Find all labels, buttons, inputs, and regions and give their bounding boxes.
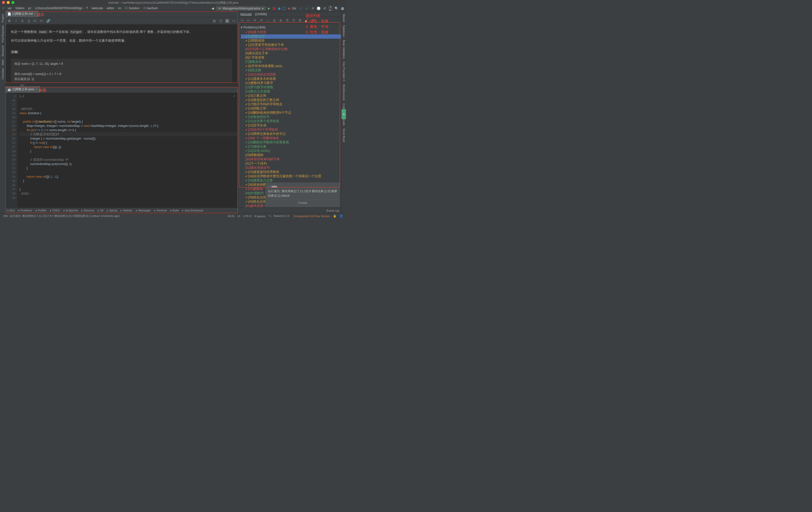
breadcrumb-item[interactable]: folders xyxy=(14,6,25,10)
problem-item[interactable]: [11]盛最多水的容器 xyxy=(241,77,341,81)
bottom-tool[interactable]: ▸ Build xyxy=(170,209,179,212)
bottom-tool[interactable]: ▸ Services xyxy=(82,209,94,212)
right-tab[interactable]: RestServices xyxy=(342,83,346,102)
clear-icon[interactable]: 🧹 xyxy=(304,19,309,22)
login-icon[interactable]: ↪ xyxy=(240,19,244,22)
git-commit-icon[interactable]: ✓ xyxy=(304,6,309,10)
search-icon[interactable]: 🔍 xyxy=(335,6,339,10)
profile-icon[interactable]: ◯ xyxy=(282,6,286,10)
debug-icon[interactable]: 🐞 xyxy=(272,6,276,10)
bottom-tool[interactable]: ▸ Java Enterprise xyxy=(182,209,203,212)
problem-item[interactable]: [28]实现 strStr() xyxy=(241,149,341,153)
close-tab-icon[interactable]: ✕ xyxy=(35,88,37,91)
problem-item[interactable]: [8]字符串转换整数 (atoi) xyxy=(241,64,341,68)
bottom-tool[interactable]: ▸ Problems xyxy=(18,209,32,212)
presentation-icon[interactable]: ▭ xyxy=(232,19,236,23)
codota-badge[interactable]: ⟲ xyxy=(342,109,346,119)
settings-icon[interactable]: ⚙ xyxy=(298,19,302,22)
problem-item[interactable]: [35]搜索插入位置 xyxy=(241,179,341,183)
right-tab[interactable]: Database xyxy=(342,24,346,38)
translate-icon[interactable]: 文A xyxy=(328,6,332,10)
stop-icon[interactable]: ■ xyxy=(287,6,291,10)
problems-header[interactable]: ▾ Problems(1909) xyxy=(241,25,341,30)
help-icon[interactable]: ? xyxy=(311,19,315,22)
run-icon[interactable]: ▶ xyxy=(267,6,271,10)
bold-icon[interactable]: B xyxy=(7,19,11,23)
h1-icon[interactable]: H↓ xyxy=(33,19,37,23)
problem-item[interactable]: [9]回文数 xyxy=(241,68,341,73)
problem-item[interactable]: [5]最长回文子串 xyxy=(241,51,341,56)
random-icon[interactable]: ⇄ xyxy=(259,19,263,22)
event-log-button[interactable]: Event Log xyxy=(326,209,339,212)
bottom-tool[interactable]: ▸ Spring xyxy=(107,209,117,212)
problem-item[interactable]: [7]整数反转 xyxy=(241,60,341,64)
left-tab[interactable]: Structure xyxy=(1,44,5,58)
minimize-window-icon[interactable] xyxy=(7,1,10,4)
bottom-tool[interactable]: ▸ Statistic xyxy=(121,209,133,212)
coverage-icon[interactable]: ◉ xyxy=(277,6,281,10)
gitflow-status[interactable]: Unsupported Git Flow Version xyxy=(294,215,330,218)
maximize-window-icon[interactable] xyxy=(11,1,14,4)
encoding[interactable]: UTF-8 xyxy=(243,215,251,218)
problem-item[interactable]: [13]罗马数字转整数 xyxy=(241,85,341,89)
editor-view-icon[interactable]: ▤ xyxy=(212,19,216,23)
italic-icon[interactable]: I xyxy=(14,19,18,23)
left-tab[interactable]: Project xyxy=(1,12,5,24)
indent[interactable]: 4 spaces xyxy=(254,215,265,218)
bottom-tool[interactable]: ▸ Profiler xyxy=(36,209,47,212)
problem-item[interactable]: [12]整数转罗马数字 xyxy=(241,81,341,85)
git-rollback-icon[interactable]: ↺ xyxy=(323,6,326,10)
right-tab[interactable]: Bean Validation xyxy=(342,38,346,60)
refresh-icon[interactable]: ⟳ xyxy=(253,19,257,22)
strike-icon[interactable]: S̶ xyxy=(21,19,24,23)
bottom-tool[interactable]: ▸ TODO xyxy=(50,209,60,212)
problem-item[interactable]: [25]K 个一组翻转链表 xyxy=(241,136,341,140)
sort-icon[interactable]: ⇅ xyxy=(285,19,289,22)
right-tab[interactable]: Key Promoter X xyxy=(342,60,346,83)
problem-item[interactable]: [31]下一个排列 xyxy=(241,162,341,166)
problem-item[interactable]: [23]合并K个升序链表 xyxy=(241,128,341,132)
bottom-tool[interactable]: ▸ Messages xyxy=(136,209,151,212)
breadcrumb-item[interactable]: editor xyxy=(106,6,115,10)
problem-item[interactable]: [34]在排序数组中查找元素的第一个和最后一个位置 xyxy=(241,174,341,179)
left-tab[interactable]: Favorites xyxy=(1,66,5,81)
desc-file-tab[interactable]: 📄 [1]两数之和.md ✕ xyxy=(5,11,38,17)
git-history-icon[interactable]: 🕘 xyxy=(317,6,321,10)
breadcrumb-item[interactable]: var xyxy=(6,6,13,10)
left-tab[interactable]: Web xyxy=(1,58,5,66)
run-config-dropdown[interactable]: ❖ ManagementWebApplication ▾ xyxy=(216,6,266,11)
breadcrumbs[interactable]: /⟩var⟩folders⟩pz⟩c2rlnzcs2k1d45bh5675f10… xyxy=(2,6,159,10)
problem-item[interactable]: [26]删除排序数组中的重复项 xyxy=(241,140,341,144)
lock-icon[interactable]: 🔒 xyxy=(333,214,337,218)
problem-item[interactable]: [15]三数之和 xyxy=(241,94,341,98)
position-icon[interactable]: ⊕ xyxy=(279,19,283,22)
bottom-tool[interactable]: ▸ Terminal xyxy=(154,209,167,212)
problem-item[interactable]: [1]两数之和 xyxy=(241,34,341,38)
structure-icon[interactable]: ▦ xyxy=(341,6,345,10)
leetcode-id-tab[interactable]: [233666] xyxy=(255,12,267,16)
problem-item[interactable]: [30]串联所有单词的子串 xyxy=(241,157,341,162)
problem-item[interactable]: [17]电话号码的字母组合 xyxy=(241,102,341,106)
caret-position[interactable]: 24:24 xyxy=(227,215,234,218)
h2-icon[interactable]: H↑ xyxy=(40,19,44,23)
line-separator[interactable]: LF xyxy=(237,215,241,218)
problem-item[interactable]: [18]四数之和 xyxy=(241,106,341,111)
problem-item[interactable]: [85]最大矩形 xyxy=(241,30,341,34)
problem-item[interactable]: [16]最接近的三数之和 xyxy=(241,98,341,102)
breadcrumb-item[interactable]: pz xyxy=(27,6,32,10)
prev-config-icon[interactable]: ◀ xyxy=(211,6,215,10)
git-update-icon[interactable]: ✓ xyxy=(299,6,302,10)
problem-item[interactable]: [33]搜索旋转排序数组 xyxy=(241,170,341,174)
breadcrumb-item[interactable]: cn xyxy=(117,6,122,10)
bottom-tool[interactable]: ▸ Git xyxy=(98,209,104,212)
hector-icon[interactable]: 👤 xyxy=(340,214,343,218)
collapse-icon[interactable]: ⇊ xyxy=(272,19,276,22)
breadcrumb-item[interactable]: T xyxy=(85,6,89,10)
problem-item[interactable]: [32]最长有效括号 xyxy=(241,166,341,170)
preview-view-icon[interactable]: ▣ xyxy=(225,19,229,23)
leetcode-tab[interactable]: leetcode xyxy=(240,12,252,16)
toggle-icon[interactable]: 卝 xyxy=(292,19,296,22)
problem-item[interactable]: [24]两两交换链表中的节点 xyxy=(241,132,341,136)
problem-item[interactable]: [3]无重复字符的最长子串 xyxy=(241,43,341,47)
split-view-icon[interactable]: ◫ xyxy=(219,19,223,23)
